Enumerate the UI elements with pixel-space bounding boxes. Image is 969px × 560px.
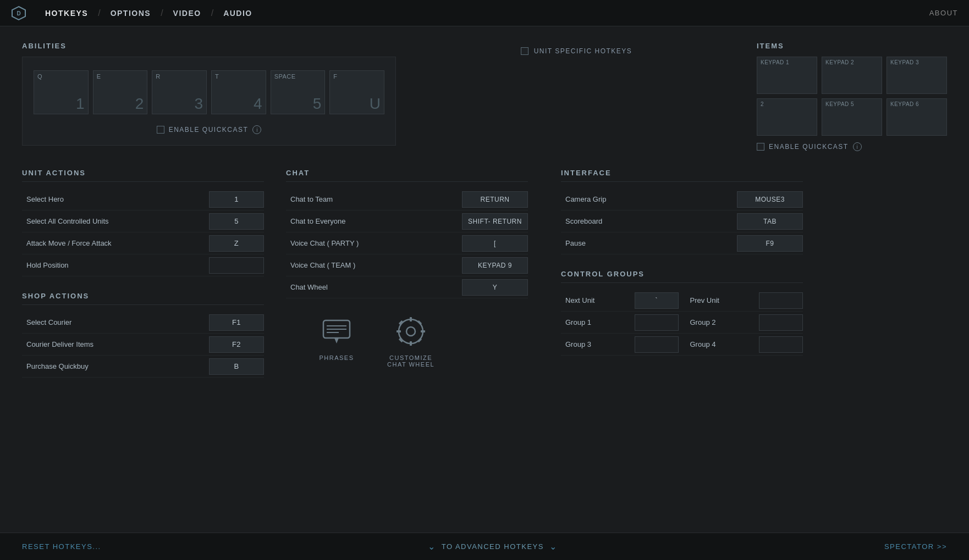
ability-keys: Q 1 E 2 R 3 T 4 — [34, 70, 384, 114]
items-quickcast-info-icon[interactable]: i — [853, 142, 862, 151]
chat-section: CHAT Chat to Team RETURN Chat to Everyon… — [286, 169, 528, 298]
cg-label-group2: Group 2 — [686, 318, 759, 326]
item-key-4[interactable]: 2 — [757, 98, 817, 136]
unit-action-row-2: Attack Move / Force Attack Z — [22, 232, 264, 254]
chat-label-3: Voice Chat ( TEAM ) — [286, 261, 462, 269]
cg-key-prev-unit[interactable] — [759, 292, 803, 309]
chat-row-4: Chat Wheel Y — [286, 276, 528, 298]
abilities-box: Q 1 E 2 R 3 T 4 — [22, 57, 396, 146]
interface-key-1[interactable]: TAB — [737, 213, 803, 230]
phrases-icon — [319, 314, 354, 349]
interface-key-0[interactable]: MOUSE3 — [737, 191, 803, 208]
item-key-1[interactable]: KEYPAD 1 — [757, 57, 817, 94]
quickcast-info-icon[interactable]: i — [252, 125, 261, 134]
abilities-header: ABILITIES — [22, 42, 396, 50]
item-key-label-4: 2 — [761, 101, 764, 107]
chat-key-3[interactable]: KEYPAD 9 — [462, 257, 528, 274]
nav-about[interactable]: ABOUT — [929, 9, 958, 17]
ability-key-number-6: U — [370, 96, 381, 112]
cg-label-prev-unit: Prev Unit — [686, 296, 759, 304]
chat-wheel-icon — [393, 314, 428, 349]
chevron-down-right-icon: ⌄ — [549, 541, 558, 552]
interface-key-2[interactable]: F9 — [737, 235, 803, 252]
ability-key-6[interactable]: F U — [329, 70, 384, 114]
chat-label-0: Chat to Team — [286, 195, 462, 203]
ability-key-1[interactable]: Q 1 — [34, 70, 89, 114]
ability-key-number-1: 1 — [76, 96, 85, 112]
quickcast-checkbox[interactable] — [157, 126, 164, 134]
items-quickcast-row: ENABLE QUICKCAST i — [757, 142, 947, 151]
customize-chat-wheel-button[interactable]: CUSTOMIZECHAT WHEEL — [387, 314, 434, 368]
ability-key-2[interactable]: E 2 — [93, 70, 148, 114]
ability-key-label-3: R — [156, 73, 160, 80]
svg-text:D: D — [16, 10, 20, 16]
unit-action-label-1: Select All Controlled Units — [22, 217, 209, 225]
item-key-5[interactable]: KEYPAD 5 — [822, 98, 882, 136]
items-quickcast-checkbox[interactable] — [757, 143, 764, 151]
advanced-hotkeys-button[interactable]: ⌄ TO ADVANCED HOTKEYS ⌄ — [428, 541, 557, 552]
reset-hotkeys-button[interactable]: RESET HOTKEYS... — [22, 542, 101, 551]
cg-key-group4[interactable] — [759, 336, 803, 353]
nav-hotkeys[interactable]: HOTKEYS — [36, 9, 97, 18]
top-nav: D HOTKEYS / OPTIONS / VIDEO / AUDIO ABOU… — [0, 0, 969, 26]
shop-action-row-1: Courier Deliver Items F2 — [22, 334, 264, 356]
chat-key-2[interactable]: [ — [462, 235, 528, 252]
unit-action-key-3[interactable] — [209, 257, 264, 274]
unit-specific-row: UNIT SPECIFIC HOTKEYS — [521, 47, 632, 55]
cg-label-group3: Group 3 — [561, 340, 635, 348]
svg-rect-10 — [410, 341, 412, 346]
nav-audio[interactable]: AUDIO — [214, 9, 261, 18]
item-key-2[interactable]: KEYPAD 2 — [822, 57, 882, 94]
spectator-button[interactable]: SPECTATOR >> — [884, 542, 947, 551]
svg-marker-6 — [334, 338, 339, 343]
ability-key-label-2: E — [97, 73, 101, 80]
item-key-6[interactable]: KEYPAD 6 — [887, 98, 947, 136]
item-key-label-5: KEYPAD 5 — [825, 101, 854, 107]
shop-action-key-1[interactable]: F2 — [209, 336, 264, 353]
nav-video[interactable]: VIDEO — [164, 9, 210, 18]
svg-rect-9 — [410, 317, 412, 321]
ability-key-number-5: 5 — [313, 96, 322, 112]
unit-action-key-2[interactable]: Z — [209, 235, 264, 252]
ability-key-number-4: 4 — [254, 96, 262, 112]
cg-key-group1[interactable] — [635, 314, 679, 331]
left-column: UNIT ACTIONS Select Hero 1 Select All Co… — [22, 169, 286, 393]
control-groups-header: CONTROL GROUPS — [561, 270, 803, 283]
unit-specific-section: UNIT SPECIFIC HOTKEYS — [429, 42, 724, 151]
shop-actions-section: SHOP ACTIONS Select Courier F1 Courier D… — [22, 292, 264, 378]
unit-action-key-1[interactable]: 5 — [209, 213, 264, 230]
phrases-label: PHRASES — [319, 354, 354, 361]
unit-actions-section: UNIT ACTIONS Select Hero 1 Select All Co… — [22, 169, 264, 276]
chat-row-3: Voice Chat ( TEAM ) KEYPAD 9 — [286, 254, 528, 276]
cg-label-next-unit: Next Unit — [561, 296, 635, 304]
cg-key-group2[interactable] — [759, 314, 803, 331]
unit-action-row-1: Select All Controlled Units 5 — [22, 210, 264, 232]
phrases-button[interactable]: PHRASES — [319, 314, 354, 368]
chat-key-1[interactable]: SHIFT- RETURN — [462, 213, 528, 230]
nav-options[interactable]: OPTIONS — [102, 9, 160, 18]
chat-key-4[interactable]: Y — [462, 279, 528, 296]
cg-key-group3[interactable] — [635, 336, 679, 353]
chat-key-0[interactable]: RETURN — [462, 191, 528, 208]
chat-row-0: Chat to Team RETURN — [286, 188, 528, 210]
ability-key-3[interactable]: R 3 — [152, 70, 207, 114]
interface-label-2: Pause — [561, 239, 737, 247]
item-key-label-6: KEYPAD 6 — [890, 101, 919, 107]
shop-action-key-2[interactable]: B — [209, 358, 264, 375]
chevron-down-left-icon: ⌄ — [428, 541, 436, 552]
items-quickcast-label: ENABLE QUICKCAST — [769, 143, 849, 151]
middle-column: CHAT Chat to Team RETURN Chat to Everyon… — [286, 169, 561, 393]
ability-key-4[interactable]: T 4 — [211, 70, 266, 114]
shop-action-label-0: Select Courier — [22, 318, 209, 326]
cg-key-next-unit[interactable]: ` — [635, 292, 679, 309]
unit-specific-checkbox[interactable] — [521, 47, 528, 55]
ability-key-number-2: 2 — [135, 96, 144, 112]
abilities-section: ABILITIES Q 1 E 2 R 3 T — [22, 42, 396, 151]
control-groups-section: CONTROL GROUPS Next Unit ` Prev Unit — [561, 270, 947, 356]
cg-label-group4: Group 4 — [686, 340, 759, 348]
items-header: ITEMS — [757, 42, 947, 50]
shop-action-key-0[interactable]: F1 — [209, 314, 264, 331]
ability-key-5[interactable]: SPACE 5 — [271, 70, 326, 114]
unit-action-key-0[interactable]: 1 — [209, 191, 264, 208]
item-key-3[interactable]: KEYPAD 3 — [887, 57, 947, 94]
